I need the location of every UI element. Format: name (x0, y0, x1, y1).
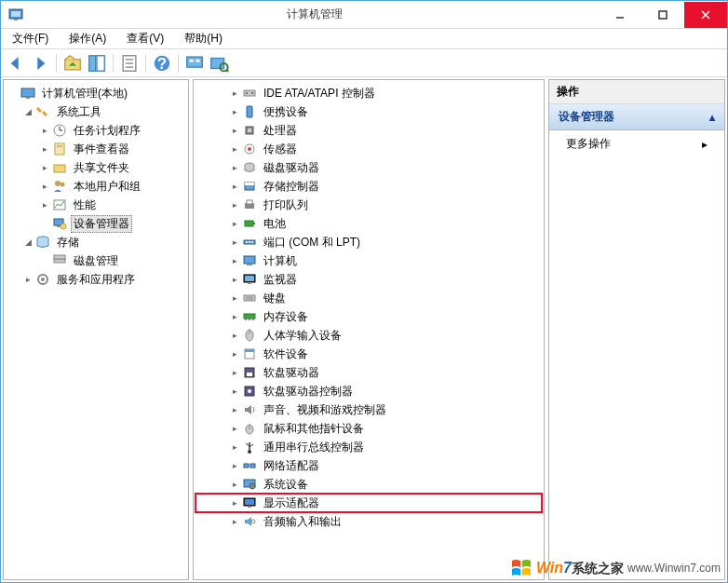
expand-icon[interactable]: ▸ (229, 218, 240, 229)
expand-icon[interactable]: ▸ (229, 143, 240, 155)
expand-icon[interactable]: ▸ (39, 199, 50, 210)
expand-icon[interactable]: ▸ (229, 348, 240, 359)
device-category-hid[interactable]: ▸人体学输入设备 (195, 326, 542, 345)
tree-item-task-scheduler[interactable]: ▸ 任务计划程序 (6, 121, 186, 140)
close-button[interactable] (684, 2, 727, 28)
device-category-port[interactable]: ▸端口 (COM 和 LPT) (195, 233, 542, 251)
tree-item-shared-folders[interactable]: ▸ 共享文件夹 (6, 158, 186, 177)
collapse-icon[interactable]: ◢ (22, 237, 34, 248)
portable-icon (242, 104, 257, 119)
device-category-software[interactable]: ▸软件设备 (195, 345, 542, 363)
show-hide-tree-button[interactable] (86, 52, 108, 75)
device-category-network[interactable]: ▸网络适配器 (195, 456, 542, 475)
device-category-cpu[interactable]: ▸处理器 (195, 121, 542, 140)
menu-help[interactable]: 帮助(H) (179, 29, 228, 48)
device-category-disk[interactable]: ▸磁盘驱动器 (195, 158, 542, 177)
device-category-controller[interactable]: ▸IDE ATA/ATAPI 控制器 (195, 84, 542, 102)
expand-icon[interactable]: ▸ (229, 162, 240, 173)
expand-icon[interactable]: ▸ (229, 106, 240, 117)
device-category-display[interactable]: ▸显示适配器 (195, 494, 542, 512)
device-category-portable[interactable]: ▸便携设备 (195, 102, 542, 121)
minimize-button[interactable] (599, 2, 641, 28)
expand-icon[interactable]: ▸ (39, 162, 50, 173)
expand-icon[interactable]: ▸ (229, 516, 240, 527)
tree-item-event-viewer[interactable]: ▸ 事件查看器 (6, 140, 186, 158)
device-category-memory[interactable]: ▸内存设备 (195, 307, 542, 326)
device-category-sound[interactable]: ▸声音、视频和游戏控制器 (195, 400, 542, 419)
expand-icon[interactable]: ▸ (229, 386, 240, 397)
tree-item-local-users[interactable]: ▸ 本地用户和组 (6, 177, 186, 196)
svg-point-43 (251, 92, 253, 94)
expand-icon[interactable]: ▸ (229, 330, 240, 341)
up-button[interactable] (61, 52, 84, 75)
device-category-floppy-ctrl[interactable]: ▸软盘驱动器控制器 (195, 382, 542, 400)
tree-root[interactable]: ▸ 计算机管理(本地) (6, 84, 186, 102)
console-tree-pane[interactable]: ▸ 计算机管理(本地) ◢ 系统工具 ▸ 任务计划程序 ▸ 事件查看器 ▸ (3, 79, 189, 580)
expand-icon[interactable]: ▸ (229, 199, 240, 210)
svg-rect-70 (249, 319, 250, 320)
forward-button[interactable] (29, 52, 51, 75)
expand-icon[interactable]: ▸ (229, 237, 240, 248)
menu-view[interactable]: 查看(V) (121, 29, 169, 48)
device-label: 便携设备 (261, 103, 311, 121)
tree-item-storage[interactable]: ◢ 存储 (6, 233, 186, 251)
expand-icon[interactable]: ▸ (229, 497, 240, 508)
device-label: 软盘驱动器 (261, 364, 322, 382)
expand-icon[interactable]: ▸ (39, 125, 50, 136)
properties-button[interactable] (118, 52, 141, 75)
tree-item-device-manager[interactable]: ▸ 设备管理器 (6, 214, 186, 233)
scan-hardware-button[interactable] (208, 52, 230, 75)
device-category-audio[interactable]: ▸音频输入和输出 (195, 512, 542, 531)
tree-item-performance[interactable]: ▸ 性能 (6, 196, 186, 214)
svg-point-58 (249, 241, 250, 243)
mouse-icon (242, 421, 257, 436)
expand-icon[interactable]: ▸ (229, 292, 240, 304)
device-category-keyboard[interactable]: ▸键盘 (195, 289, 542, 307)
menubar: 文件(F) 操作(A) 查看(V) 帮助(H) (1, 29, 727, 49)
device-category-monitor[interactable]: ▸监视器 (195, 270, 542, 289)
device-tree-pane[interactable]: ▸IDE ATA/ATAPI 控制器▸便携设备▸处理器▸传感器▸磁盘驱动器▸存储… (193, 79, 545, 580)
device-category-usb[interactable]: ▸通用串行总线控制器 (195, 438, 542, 456)
device-category-battery[interactable]: ▸电池 (195, 214, 542, 233)
titlebar: 计算机管理 (1, 1, 727, 29)
tree-item-disk-management[interactable]: ▸ 磁盘管理 (6, 251, 186, 270)
expand-icon[interactable]: ▸ (39, 143, 50, 155)
view-devices-button[interactable] (183, 52, 206, 75)
expand-icon[interactable]: ▸ (229, 404, 240, 415)
help-button[interactable]: ? (151, 52, 173, 75)
expand-icon[interactable]: ▸ (229, 125, 240, 136)
maximize-button[interactable] (641, 2, 684, 28)
expand-icon[interactable]: ▸ (39, 181, 50, 192)
menu-file[interactable]: 文件(F) (7, 29, 54, 48)
expand-icon[interactable]: ▸ (229, 274, 240, 285)
actions-section[interactable]: 设备管理器 ▴ (549, 104, 724, 130)
device-category-system[interactable]: ▸系统设备 (195, 475, 542, 494)
expand-icon[interactable]: ▸ (229, 88, 240, 99)
menu-action[interactable]: 操作(A) (63, 29, 112, 48)
back-button[interactable] (5, 52, 27, 75)
device-category-floppy[interactable]: ▸软盘驱动器 (195, 363, 542, 382)
device-label: 鼠标和其他指针设备 (261, 420, 367, 438)
expand-icon[interactable]: ▸ (229, 423, 240, 434)
device-category-mouse[interactable]: ▸鼠标和其他指针设备 (195, 419, 542, 438)
svg-rect-29 (54, 165, 65, 172)
expand-icon[interactable]: ▸ (229, 367, 240, 378)
tree-item-system-tools[interactable]: ◢ 系统工具 (6, 102, 186, 121)
expand-icon[interactable]: ▸ (229, 181, 240, 192)
device-label: 显示适配器 (261, 495, 322, 512)
collapse-icon[interactable]: ◢ (22, 106, 34, 117)
device-category-sensor[interactable]: ▸传感器 (195, 140, 542, 158)
expand-icon[interactable]: ▸ (229, 460, 240, 471)
device-category-storage[interactable]: ▸存储控制器 (195, 177, 542, 196)
actions-more[interactable]: 更多操作 ▸ (549, 130, 724, 157)
expand-icon[interactable]: ▸ (229, 311, 240, 322)
svg-point-31 (61, 183, 65, 187)
expand-icon[interactable]: ▸ (229, 441, 240, 453)
expand-icon[interactable]: ▸ (22, 274, 34, 285)
expand-icon[interactable]: ▸ (229, 255, 240, 266)
expand-icon[interactable]: ▸ (229, 479, 240, 490)
tree-item-services-apps[interactable]: ▸ 服务和应用程序 (6, 270, 186, 289)
device-category-printer[interactable]: ▸打印队列 (195, 196, 542, 214)
device-category-computer[interactable]: ▸计算机 (195, 251, 542, 270)
display-icon (242, 495, 257, 510)
